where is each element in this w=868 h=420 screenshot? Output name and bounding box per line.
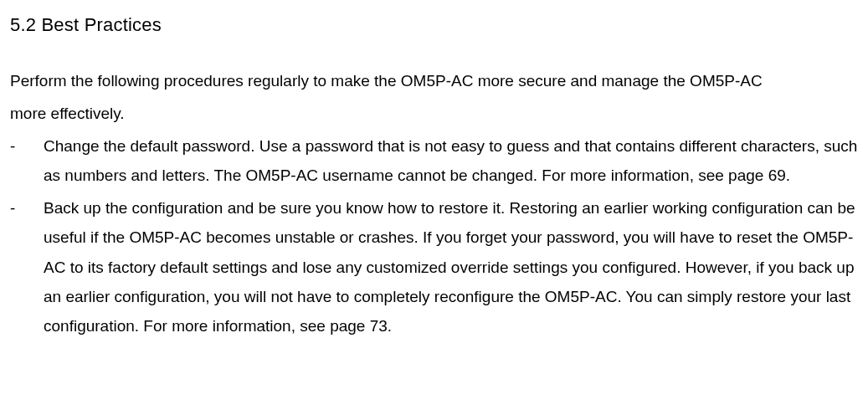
list-item: Change the default password. Use a passw… — [10, 131, 858, 190]
best-practices-list: Change the default password. Use a passw… — [10, 131, 858, 341]
intro-paragraph-1: Perform the following procedures regular… — [10, 66, 858, 95]
section-heading: 5.2 Best Practices — [10, 8, 858, 43]
intro-paragraph-2: more effectively. — [10, 99, 858, 128]
list-item: Back up the configuration and be sure yo… — [10, 193, 858, 341]
